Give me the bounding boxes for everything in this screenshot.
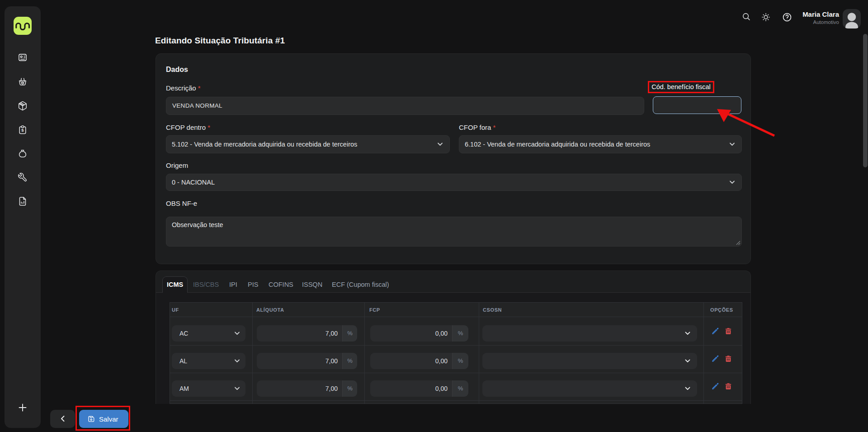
svg-text:$: $ (21, 128, 24, 133)
